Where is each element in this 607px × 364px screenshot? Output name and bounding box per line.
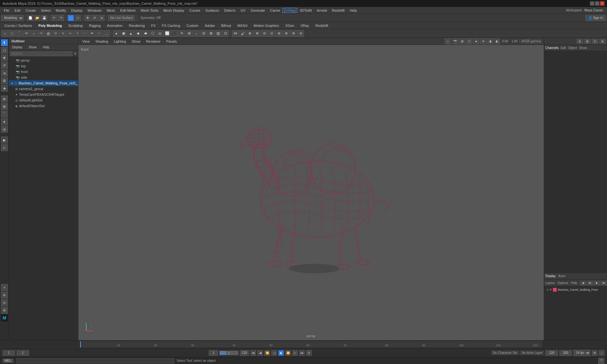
edit-tab[interactable]: Edit bbox=[561, 46, 566, 50]
soft-mod-btn[interactable]: ◈ bbox=[1, 85, 8, 92]
viewport-canvas[interactable]: front persp x y z bbox=[78, 45, 544, 340]
module-poly-modeling[interactable]: Poly Modeling bbox=[35, 23, 65, 28]
save-btn[interactable]: 💾 bbox=[41, 15, 47, 21]
vp-camera-btn[interactable]: 📷 bbox=[452, 38, 458, 45]
layer-fwd-btn[interactable]: ▶ bbox=[594, 281, 600, 285]
vp-smooth-btn[interactable]: ● bbox=[473, 38, 479, 45]
curve-btn[interactable]: ⌒ bbox=[16, 30, 23, 37]
module-dropdown[interactable]: Modeling bbox=[1, 15, 24, 21]
module-bifrost[interactable]: Bifrost bbox=[218, 23, 234, 28]
module-motion-graphics[interactable]: Motion Graphics bbox=[250, 23, 282, 28]
tree-item-temp-cam[interactable]: ✦ TempCamFBXASC046Target bbox=[9, 92, 78, 97]
layer-btn4[interactable]: ⊠ bbox=[1, 307, 8, 314]
timeline-scroll[interactable]: 1 10 20 30 40 50 60 70 80 90 100 110 120 bbox=[80, 341, 543, 348]
square2-btn[interactable]: ▧ bbox=[215, 30, 222, 37]
outliner-show-menu[interactable]: Show bbox=[27, 45, 39, 49]
menu-deform[interactable]: Deform bbox=[222, 8, 238, 13]
vp-shading-menu[interactable]: Shading bbox=[93, 39, 111, 44]
spiral-btn[interactable]: @ bbox=[45, 30, 52, 37]
cone-btn[interactable]: ▲ bbox=[127, 30, 134, 37]
show-manip-btn[interactable]: ⊕ bbox=[1, 95, 8, 102]
cylinder-btn[interactable]: ⬡ bbox=[149, 30, 156, 37]
shrink-btn[interactable]: ⊘ bbox=[261, 30, 268, 37]
module-sculpting[interactable]: Sculpting bbox=[65, 23, 86, 28]
show-tab[interactable]: Show bbox=[579, 46, 587, 50]
rp-icon1[interactable]: ⊟ bbox=[577, 39, 583, 44]
module-fx[interactable]: FX bbox=[148, 23, 159, 28]
snap-view-btn[interactable]: ◎ bbox=[1, 126, 8, 133]
module-mash[interactable]: MASH bbox=[234, 23, 251, 28]
range-end-input[interactable]: 120 bbox=[240, 350, 249, 356]
menu-uv[interactable]: UV bbox=[238, 8, 248, 13]
helix-btn[interactable]: ♾ bbox=[52, 30, 59, 37]
menu-file[interactable]: File bbox=[1, 8, 12, 13]
menu-windows[interactable]: Windows bbox=[85, 8, 104, 13]
planar-btn[interactable]: ⬦ bbox=[193, 30, 200, 37]
start-frame-input[interactable] bbox=[16, 350, 29, 356]
open-btn[interactable]: 📂 bbox=[34, 15, 40, 21]
jiggle-btn[interactable]: ⊛ bbox=[283, 30, 290, 37]
vp-grid-btn[interactable]: ⊞ bbox=[459, 38, 465, 45]
menu-display[interactable]: Display bbox=[69, 8, 85, 13]
loop-btn[interactable]: ↺ bbox=[306, 350, 312, 356]
end-frame-input[interactable] bbox=[545, 350, 558, 356]
birail-btn[interactable]: ⊟ bbox=[200, 30, 207, 37]
undo-btn[interactable]: ↶ bbox=[51, 15, 57, 21]
square-btn[interactable]: □ bbox=[9, 30, 15, 37]
sphere-btn[interactable]: ● bbox=[113, 30, 120, 37]
snap-point-btn[interactable]: ● bbox=[1, 118, 8, 125]
range-start-input[interactable] bbox=[209, 350, 218, 356]
bevel-btn[interactable]: ⊡ bbox=[222, 30, 229, 37]
wave-btn[interactable]: 〜 bbox=[38, 30, 45, 37]
maximize-button[interactable]: □ bbox=[595, 1, 599, 6]
revolve-btn[interactable]: ↻ bbox=[178, 30, 185, 37]
ipr-btn[interactable]: ▷ bbox=[1, 144, 8, 151]
vp-shadow-btn[interactable]: ◑ bbox=[487, 38, 493, 45]
menu-redshift[interactable]: Redshift bbox=[329, 8, 347, 13]
ellipse-btn[interactable]: ⬬ bbox=[142, 30, 149, 37]
anim-tab[interactable]: Anim bbox=[558, 274, 566, 278]
prev-frame-btn[interactable]: ◀ bbox=[257, 350, 263, 356]
menu-modify[interactable]: Modify bbox=[53, 8, 68, 13]
loft-btn[interactable]: ⊞ bbox=[186, 30, 193, 37]
rp-icon4[interactable]: ⊞ bbox=[599, 39, 606, 44]
options-tab[interactable]: Options bbox=[557, 281, 568, 285]
vp-show-menu[interactable]: Show bbox=[129, 39, 143, 44]
snap-grid-btn[interactable]: ⊞ bbox=[1, 103, 8, 110]
vp-light-btn[interactable]: ☀ bbox=[480, 38, 486, 45]
plane-btn[interactable]: ⬜ bbox=[164, 30, 171, 37]
rp-icon2[interactable]: ⊠ bbox=[584, 39, 591, 44]
torus-btn[interactable]: ◎ bbox=[156, 30, 163, 37]
menu-3dtoall[interactable]: 3DToAll bbox=[297, 8, 314, 13]
layer-prev-btn[interactable]: ◀ bbox=[580, 281, 586, 285]
play-fwd-btn[interactable]: ▶ bbox=[278, 350, 284, 356]
layer-end-btn[interactable]: ⏭ bbox=[601, 281, 607, 285]
scale-tool-btn[interactable]: ⇲ bbox=[1, 70, 8, 76]
sculpt-btn[interactable]: ⊚ bbox=[275, 30, 282, 37]
search-options-btn[interactable]: ▼ bbox=[74, 52, 77, 55]
frame-range-bar[interactable]: 1 bbox=[219, 351, 238, 355]
render-btn[interactable]: ▶ bbox=[1, 136, 8, 143]
tension-btn[interactable]: ⊝ bbox=[297, 30, 304, 37]
menu-curves[interactable]: Curves bbox=[187, 8, 203, 13]
path-btn[interactable]: ⤷ bbox=[67, 30, 74, 37]
sketch-btn[interactable]: ✒ bbox=[89, 30, 95, 37]
select-tool-btn[interactable]: ⬆ bbox=[1, 39, 8, 46]
tree-item-camel[interactable]: ▶ ⬡ Bactrian_Camel_Walking_Pose_ncl1_1 bbox=[9, 80, 78, 86]
prev-key-btn[interactable]: ⏪ bbox=[264, 350, 270, 356]
menu-edit-mesh[interactable]: Edit Mesh bbox=[118, 8, 138, 13]
universal-tool-btn[interactable]: ⊞ bbox=[1, 77, 8, 84]
scale-btn[interactable]: ⇲ bbox=[98, 15, 105, 21]
new-scene-btn[interactable]: 📄 bbox=[27, 15, 34, 21]
menu-help[interactable]: Help bbox=[347, 8, 359, 13]
pen-btn[interactable]: ✏ bbox=[23, 30, 30, 37]
gamma-label[interactable]: sRGB gamma bbox=[519, 39, 543, 43]
mel-input[interactable] bbox=[16, 358, 174, 363]
menu-mesh-tools[interactable]: Mesh Tools bbox=[138, 8, 161, 13]
channels-tab[interactable]: Channels bbox=[545, 46, 559, 50]
outliner-display-menu[interactable]: Display bbox=[10, 45, 24, 49]
bezier-btn[interactable]: ⌇ bbox=[74, 30, 81, 37]
vp-renderer-menu[interactable]: Renderer bbox=[144, 39, 163, 44]
menu-create[interactable]: Create bbox=[23, 8, 39, 13]
display-tab[interactable]: Display bbox=[545, 274, 556, 278]
